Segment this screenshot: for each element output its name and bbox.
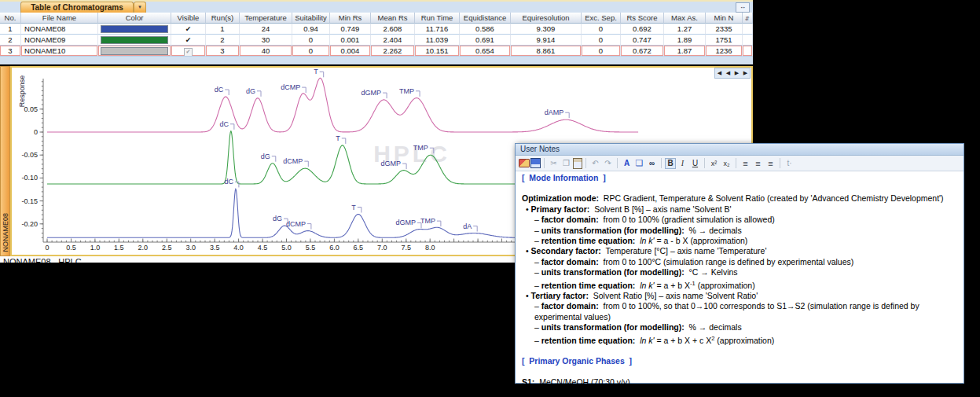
column-header-visible[interactable]: Visible: [171, 13, 206, 24]
table-row[interactable]: 2NONAME09✔23000.0012.40411.0390.6919.914…: [0, 35, 753, 46]
cell-min-rs[interactable]: 0.004: [330, 46, 371, 57]
column-header-equiresolution[interactable]: Equiresolution: [511, 13, 582, 24]
cell-min-rs[interactable]: 0.749: [330, 24, 371, 35]
column-header-rs-score[interactable]: Rs Score: [621, 13, 664, 24]
open-icon[interactable]: [519, 159, 530, 167]
tab-dropdown-button[interactable]: ▼: [134, 2, 146, 13]
cell-temperature[interactable]: 30: [240, 35, 292, 46]
cell-rs-score[interactable]: 0.672: [621, 46, 664, 57]
nav-last-button[interactable]: ▶: [741, 68, 750, 78]
subscript-icon[interactable]: x₂: [721, 157, 732, 169]
cell-temperature[interactable]: 40: [240, 46, 292, 57]
visible-checkbox-disabled[interactable]: ✔: [184, 48, 193, 57]
copy-icon[interactable]: ❐: [560, 157, 572, 169]
cell-color[interactable]: [98, 46, 171, 57]
cell-visible[interactable]: ✔: [171, 24, 206, 35]
paste-icon[interactable]: [573, 158, 582, 169]
cell-temperature[interactable]: 24: [240, 24, 292, 35]
column-header-equidistance[interactable]: Equidistance: [460, 13, 511, 24]
table-row[interactable]: 1NONAME08✔1240.940.7492.60811.7160.5869.…: [0, 24, 753, 35]
redo-icon[interactable]: ↷: [602, 157, 614, 169]
underline-icon[interactable]: U: [689, 157, 701, 169]
cell-min-n[interactable]: 2335: [706, 24, 743, 35]
nav-first-button[interactable]: ◀: [715, 68, 724, 78]
cell-min-rs[interactable]: 0.001: [330, 35, 371, 46]
cell-run-s-[interactable]: 1: [206, 24, 240, 35]
cell-max-as-[interactable]: 1.27: [664, 24, 706, 35]
color-swatch[interactable]: [101, 47, 168, 55]
save-icon[interactable]: [530, 158, 541, 168]
cell-equidistance[interactable]: 0.691: [460, 35, 511, 46]
column-header-file-name[interactable]: File Name: [21, 13, 98, 24]
column-header-max-as-[interactable]: Max As.: [664, 13, 706, 24]
cell-mean-rs[interactable]: 2.608: [371, 24, 415, 35]
cell-file-name[interactable]: NONAME09: [21, 35, 98, 46]
plot-side-tab[interactable]: NONAME08: [0, 66, 10, 256]
column-header-temperature[interactable]: Temperature: [240, 13, 292, 24]
column-header-min-n[interactable]: Min N: [706, 13, 743, 24]
color-swatch[interactable]: [101, 36, 168, 44]
cell-color[interactable]: [98, 24, 171, 35]
color-swatch[interactable]: [101, 25, 168, 33]
cell-run-s-[interactable]: 3: [206, 46, 240, 57]
cell-visible[interactable]: ✔: [171, 35, 206, 46]
cell-color[interactable]: [98, 35, 171, 46]
align-left-icon[interactable]: ≡: [740, 157, 751, 169]
cell-run-s-[interactable]: 2: [206, 35, 240, 46]
cell-equiresolution[interactable]: 8.861: [511, 46, 582, 57]
cell-rs-score[interactable]: 0.692: [621, 24, 664, 35]
font-color-icon[interactable]: A: [621, 157, 633, 169]
visible-checkbox[interactable]: ✔: [185, 25, 192, 33]
cell-run-time[interactable]: 11.039: [415, 35, 460, 46]
column-sort-icon[interactable]: ⇵: [745, 16, 750, 21]
column-header-exc-sep-[interactable]: Exc. Sep.: [582, 13, 621, 24]
tab-table-of-chromatograms[interactable]: Table of Chromatograms: [20, 2, 134, 13]
column-header-run-s-[interactable]: Run(s): [206, 13, 240, 24]
find-icon[interactable]: ∞: [646, 157, 658, 169]
cell-equiresolution[interactable]: 9.309: [511, 24, 582, 35]
cell-exc-sep-[interactable]: 0: [582, 46, 621, 57]
cell-run-time[interactable]: 11.716: [415, 24, 460, 35]
highlight-icon[interactable]: ❏: [633, 157, 645, 169]
cell-exc-sep-[interactable]: 0: [582, 35, 621, 46]
user-notes-titlebar[interactable]: User Notes: [516, 144, 963, 156]
cut-icon[interactable]: ✂: [548, 157, 560, 169]
cell-max-as-[interactable]: 1.89: [664, 35, 706, 46]
cell-equidistance[interactable]: 0.586: [460, 24, 511, 35]
cell-no-[interactable]: 3: [0, 46, 21, 57]
column-header-color[interactable]: Color: [98, 13, 171, 24]
cell-equidistance[interactable]: 0.654: [460, 46, 511, 57]
user-notes-content[interactable]: [ Mode Information ]Optimization mode: R…: [516, 171, 963, 397]
nav-next-button[interactable]: ▶: [732, 68, 741, 78]
cell-suitability[interactable]: 0: [292, 35, 330, 46]
cell-min-n[interactable]: 1236: [706, 46, 743, 57]
superscript-icon[interactable]: x²: [708, 157, 720, 169]
align-center-icon[interactable]: ≡: [752, 157, 764, 169]
resize-columns-button[interactable]: ↔: [736, 2, 750, 13]
cell-file-name[interactable]: NONAME10: [21, 46, 98, 57]
cell-suitability[interactable]: 0.94: [292, 24, 330, 35]
cell-file-name[interactable]: NONAME08: [21, 24, 98, 35]
table-row[interactable]: 3NONAME10✔34000.0042.26210.1510.6548.861…: [0, 46, 753, 57]
cell-no-[interactable]: 2: [0, 35, 21, 46]
undo-icon[interactable]: ↶: [589, 157, 601, 169]
cell-rs-score[interactable]: 0.747: [621, 35, 664, 46]
column-header-suitability[interactable]: Suitability: [292, 13, 330, 24]
cell-mean-rs[interactable]: 2.404: [371, 35, 415, 46]
italic-icon[interactable]: I: [677, 157, 688, 169]
cell-no-[interactable]: 1: [0, 24, 21, 35]
visible-checkbox[interactable]: ✔: [185, 36, 192, 44]
column-header-no-[interactable]: No.: [0, 13, 21, 24]
paragraph-icon[interactable]: t·: [784, 157, 795, 169]
cell-max-as-[interactable]: 1.87: [664, 46, 706, 57]
cell-exc-sep-[interactable]: 0: [582, 24, 621, 35]
cell-mean-rs[interactable]: 2.262: [371, 46, 415, 57]
column-header-min-rs[interactable]: Min Rs: [330, 13, 371, 24]
cell-visible[interactable]: ✔: [171, 46, 206, 57]
cell-suitability[interactable]: 0: [292, 46, 330, 57]
cell-equiresolution[interactable]: 9.914: [511, 35, 582, 46]
nav-prev-button[interactable]: ◀: [724, 68, 732, 78]
cell-run-time[interactable]: 10.151: [415, 46, 460, 57]
bold-icon[interactable]: B: [665, 158, 676, 169]
column-header-spacer[interactable]: ⇵: [743, 13, 753, 24]
